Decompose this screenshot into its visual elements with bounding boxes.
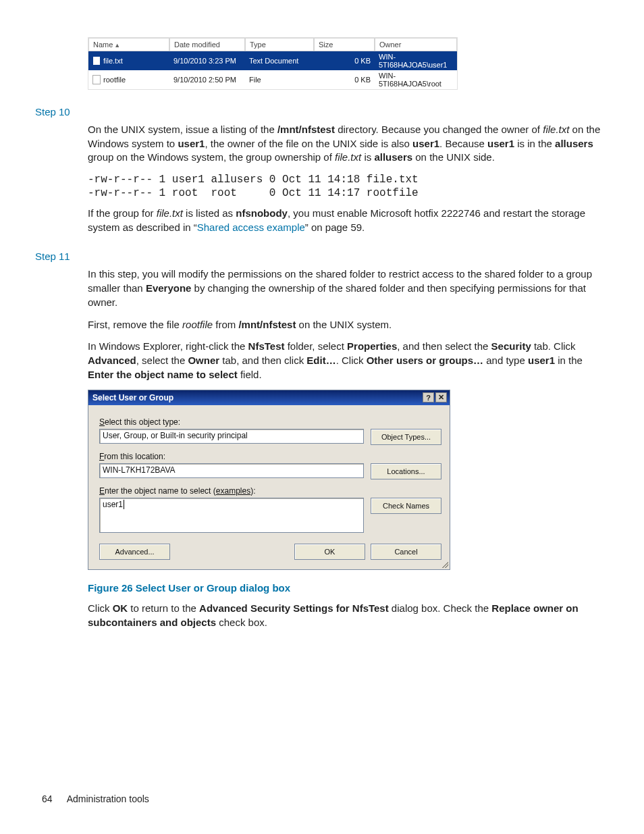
check-names-button[interactable]: Check Names	[371, 498, 441, 514]
resize-grip-icon[interactable]	[440, 560, 448, 568]
close-button[interactable]: ✕	[435, 392, 447, 402]
paragraph: If the group for file.txt is listed as n…	[88, 207, 605, 234]
sort-asc-icon: ▲	[113, 42, 120, 49]
page-footer: 64 Administration tools	[42, 793, 149, 804]
col-size[interactable]: Size	[314, 38, 375, 51]
object-type-field[interactable]: User, Group, or Built-in security princi…	[99, 429, 364, 444]
text-file-icon	[92, 56, 101, 66]
examples-link[interactable]: examples	[216, 486, 250, 496]
paragraph: In this step, you will modify the permis…	[88, 267, 605, 309]
locations-button[interactable]: Locations...	[371, 463, 441, 479]
paragraph: First, remove the file rootfile from /mn…	[88, 318, 605, 332]
col-name[interactable]: Name▲	[88, 38, 169, 51]
col-date[interactable]: Date modified	[169, 38, 245, 51]
file-list-table: Name▲ Date modified Type Size Owner file…	[88, 37, 458, 90]
dialog-titlebar[interactable]: Select User or Group ? ✕	[88, 390, 450, 405]
help-button[interactable]: ?	[423, 392, 434, 402]
object-types-button[interactable]: Object Types...	[371, 429, 441, 445]
page-number: 64	[42, 793, 53, 804]
object-type-label: Select this object type:	[99, 417, 441, 427]
code-listing: -rw-r--r-- 1 user1 allusers 0 Oct 11 14:…	[88, 173, 605, 200]
dialog-title-text: Select User or Group	[92, 393, 173, 402]
object-name-input[interactable]: user1	[99, 498, 364, 533]
figure-caption: Figure 26 Select User or Group dialog bo…	[88, 582, 605, 594]
col-owner[interactable]: Owner	[375, 38, 457, 51]
col-type[interactable]: Type	[245, 38, 314, 51]
step-11-heading: Step 11	[35, 251, 605, 262]
step-10-heading: Step 10	[35, 106, 605, 118]
paragraph: In Windows Explorer, right-click the Nfs…	[88, 340, 605, 382]
location-field[interactable]: WIN-L7KH172BAVA	[99, 463, 364, 478]
advanced-button[interactable]: Advanced...	[99, 544, 170, 560]
table-row[interactable]: rootfile 9/10/2010 2:50 PM File 0 KB WIN…	[88, 70, 457, 89]
shared-access-example-link[interactable]: Shared access example	[197, 221, 305, 233]
paragraph: Click OK to return to the Advanced Secur…	[88, 602, 605, 629]
from-location-label: From this location:	[99, 452, 441, 461]
footer-section: Administration tools	[67, 793, 149, 804]
cancel-button[interactable]: Cancel	[371, 544, 441, 560]
caret-icon	[124, 500, 124, 509]
paragraph: On the UNIX system, issue a listing of t…	[88, 123, 605, 165]
select-user-or-group-dialog: Select User or Group ? ✕ Select this obj…	[88, 390, 450, 570]
enter-object-name-label: Enter the object name to select (example…	[99, 486, 441, 496]
table-row[interactable]: file.txt 9/10/2010 3:23 PM Text Document…	[88, 51, 457, 70]
ok-button[interactable]: OK	[294, 544, 365, 560]
blank-file-icon	[92, 75, 101, 84]
